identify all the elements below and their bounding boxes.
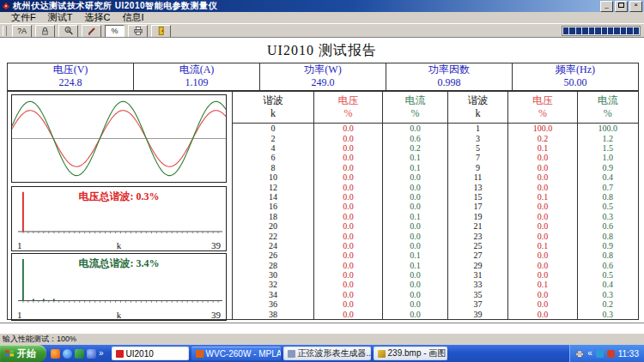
- toolbar-grip[interactable]: [3, 26, 7, 36]
- lock-button[interactable]: [35, 25, 55, 38]
- task-button-1[interactable]: UI2010: [112, 347, 189, 360]
- percent-button[interactable]: %: [105, 25, 125, 38]
- harmonics-cell: 0.1: [508, 241, 577, 250]
- x-tick-max: 39: [211, 310, 221, 320]
- measurement-label: 电流(A): [134, 63, 259, 76]
- harmonics-cell: 0.0: [313, 260, 382, 269]
- harmonics-cell: 0.0: [383, 172, 448, 182]
- charts-column: 电压总谐波: 0.3% 1 k 39 电流总谐波: 3.4% 1 k 39: [8, 92, 232, 319]
- overflow-chevron-icon[interactable]: »: [99, 349, 104, 358]
- harmonics-cell: 0.0: [313, 202, 382, 211]
- harmonics-cell: 0.8: [577, 231, 638, 240]
- voltage-spectrum-panel: 电压总谐波: 0.3% 1 k 39: [11, 186, 227, 251]
- quicklaunch-icon-3[interactable]: [75, 349, 84, 359]
- tray-chevron-icon[interactable]: «: [587, 349, 592, 358]
- harmonics-cell: 39: [447, 309, 508, 319]
- menu-item-I[interactable]: 信息I: [118, 11, 148, 24]
- harmonics-row: 380.00.0390.00.3: [233, 309, 638, 319]
- progress-block: [582, 27, 587, 34]
- harmonics-cell: 8: [233, 163, 313, 172]
- harmonics-cell: 0.5: [577, 202, 638, 211]
- input-strip[interactable]: [0, 323, 644, 334]
- measurement-label: 功率因数: [386, 63, 512, 76]
- harmonics-cell: 4: [233, 143, 313, 153]
- harmonics-cell: 11: [447, 172, 508, 182]
- harmonics-cell: 0.7: [577, 182, 638, 191]
- header-voltage-pct: 电压%: [508, 92, 577, 124]
- percent-icon: %: [111, 27, 118, 35]
- harmonics-cell: 0.0: [508, 212, 577, 221]
- harmonics-cell: 0.0: [313, 290, 382, 299]
- current-spectrum-panel: 电流总谐波: 3.4% 1 k 39: [11, 253, 227, 321]
- harmonics-cell: 0.0: [383, 241, 448, 250]
- harmonics-cell: 19: [447, 212, 508, 221]
- harmonics-cell: 0.0: [313, 124, 382, 134]
- harmonics-cell: 0.0: [383, 290, 448, 299]
- tray-alert-icon[interactable]: [607, 350, 615, 358]
- harmonics-row: 200.00.0210.00.6: [233, 221, 638, 231]
- taskbar: 开始 » UI2010WVC-260W - MPLAB...正弦波形表生成器..…: [0, 345, 644, 362]
- start-button[interactable]: 开始: [0, 345, 46, 362]
- harmonics-cell: 1.5: [577, 143, 638, 153]
- harmonics-row: 340.00.0350.00.3: [233, 290, 638, 299]
- task-button-4[interactable]: 239.bmp - 画图: [374, 347, 447, 360]
- harmonics-cell: 0.8: [577, 250, 638, 260]
- harmonics-cell: 0.0: [313, 270, 382, 280]
- tray-network-icon[interactable]: [596, 350, 604, 358]
- harmonics-cell: 36: [233, 299, 313, 309]
- windows-logo-icon: [4, 348, 15, 359]
- sine-task-icon: [288, 350, 295, 358]
- harmonics-cell: 0.0: [313, 153, 382, 162]
- harmonics-cell: 0.0: [313, 250, 382, 260]
- task-button-2[interactable]: WVC-260W - MPLAB...: [191, 347, 281, 360]
- harmonics-cell: 0.0: [313, 133, 382, 142]
- harmonics-cell: 18: [233, 212, 313, 221]
- probe-test-button[interactable]: ?A: [12, 25, 32, 38]
- menu-item-F[interactable]: 文件F: [7, 11, 40, 24]
- harmonics-row: 180.00.1190.00.3: [233, 212, 638, 221]
- taskbar-clock[interactable]: 11:33: [618, 349, 639, 359]
- system-tray: « 11:33: [569, 345, 644, 362]
- harmonics-cell: 24: [233, 241, 313, 250]
- measurement-label: 功率(W): [260, 63, 386, 76]
- paint-task-icon: [378, 350, 386, 358]
- print-button[interactable]: [128, 25, 148, 38]
- tray-printer-icon[interactable]: [575, 350, 584, 358]
- harmonics-row: 240.00.0250.10.9: [233, 241, 638, 250]
- harmonics-cell: 0.2: [577, 299, 638, 309]
- progress-block: [595, 27, 600, 34]
- menu-item-C[interactable]: 选择C: [80, 11, 114, 24]
- exit-button[interactable]: [151, 25, 171, 38]
- quicklaunch-icon-4[interactable]: [87, 349, 96, 359]
- quicklaunch-icon-2[interactable]: [63, 349, 72, 359]
- harmonics-cell: 0.3: [577, 212, 638, 221]
- harmonics-cell: 0.0: [383, 309, 448, 319]
- measurement-label: 电压(V): [8, 63, 133, 76]
- harmonics-cell: 0.0: [313, 163, 382, 172]
- progress-block: [621, 27, 626, 34]
- pen-button[interactable]: [82, 25, 101, 38]
- harmonics-cell: 0.1: [508, 280, 577, 289]
- harmonics-row: 320.00.0330.10.4: [233, 280, 638, 289]
- minimize-button[interactable]: _: [600, 1, 613, 12]
- report-title: UI2010 测试报告: [0, 42, 644, 60]
- quicklaunch-icon-1[interactable]: [51, 349, 60, 359]
- header-line2: %: [383, 107, 447, 120]
- close-button[interactable]: ×: [629, 1, 642, 12]
- harmonics-cell: 0.0: [313, 231, 382, 240]
- status-text: 输入性能测试：100%: [3, 335, 76, 343]
- harmonics-cell: 10: [233, 172, 313, 182]
- harmonics-row: 120.00.0130.00.7: [233, 182, 638, 191]
- zoom-button[interactable]: A: [58, 25, 78, 38]
- waveform-panel: [11, 94, 227, 183]
- harmonics-cell: 0.0: [383, 221, 448, 231]
- harmonics-cell: 0.0: [508, 231, 577, 240]
- menu-item-T[interactable]: 测试T: [44, 11, 77, 24]
- harmonics-cell: 0.6: [383, 133, 448, 142]
- header-harmonic-k: 谐波k: [447, 92, 508, 124]
- harmonics-cell: 6: [233, 153, 313, 162]
- restore-button[interactable]: [615, 1, 628, 12]
- harmonics-cell: 37: [447, 299, 508, 309]
- task-button-3[interactable]: 正弦波形表生成器...: [283, 347, 371, 360]
- header-line1: 电压: [314, 94, 382, 107]
